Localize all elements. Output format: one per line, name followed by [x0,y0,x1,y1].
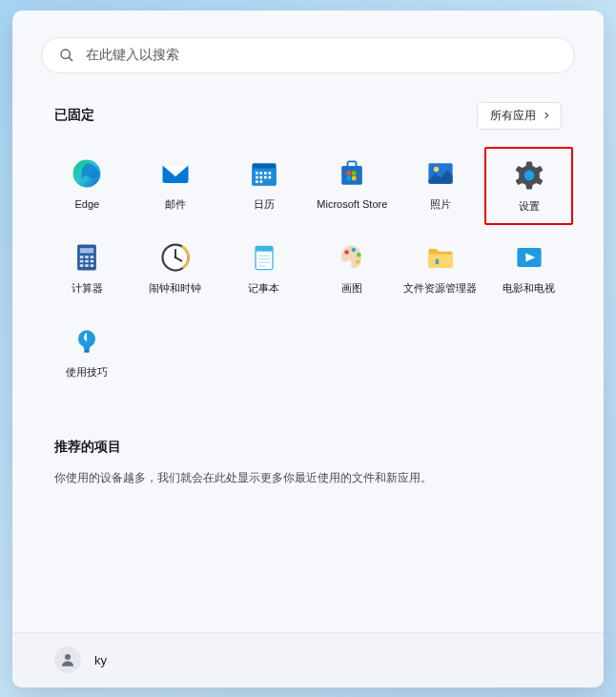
svg-rect-8 [264,172,267,174]
app-label: 设置 [519,200,540,213]
svg-rect-14 [256,180,258,183]
svg-rect-15 [259,180,262,183]
app-label: 闹钟和时钟 [149,282,201,295]
app-paint[interactable]: 画图 [308,231,397,309]
svg-point-22 [434,166,439,171]
mail-icon [158,156,193,191]
pinned-header: 已固定 所有应用 [54,102,562,130]
svg-rect-34 [91,264,94,267]
svg-rect-53 [85,350,90,353]
app-mail[interactable]: 邮件 [132,147,220,225]
app-label: 画图 [341,282,362,295]
paint-icon [335,240,369,275]
app-settings[interactable]: 设置 [484,147,573,225]
recommended-description: 你使用的设备越多，我们就会在此处显示更多你最近使用的文件和新应用。 [54,469,562,486]
search-placeholder: 在此键入以搜索 [86,47,179,64]
svg-rect-17 [347,171,352,175]
svg-rect-26 [80,256,84,258]
chevron-right-icon [542,111,551,120]
app-label: 照片 [430,198,451,211]
folder-icon [423,240,458,275]
search-icon [59,48,74,63]
svg-line-1 [69,57,72,61]
app-edge[interactable]: Edge [43,147,132,225]
svg-rect-31 [91,259,94,262]
svg-point-47 [352,247,357,252]
svg-point-0 [61,50,70,58]
app-store[interactable]: Microsoft Store [308,147,397,225]
app-explorer[interactable]: 文件资源管理器 [397,231,485,309]
all-apps-button[interactable]: 所有应用 [477,102,562,130]
svg-rect-20 [352,175,357,180]
start-footer: ky [12,632,604,687]
search-input[interactable]: 在此键入以搜索 [41,37,575,73]
person-icon [59,651,76,668]
tips-icon [70,324,104,359]
svg-point-46 [345,250,350,255]
pinned-title: 已固定 [54,107,94,124]
app-label: 记事本 [248,282,279,295]
photos-icon [423,156,458,191]
app-calendar[interactable]: 日历 [219,147,308,225]
svg-rect-9 [268,172,271,174]
clock-icon [158,240,193,275]
settings-icon [512,158,546,193]
app-label: Microsoft Store [317,198,387,211]
svg-point-49 [356,259,360,264]
svg-rect-7 [259,172,262,174]
svg-point-39 [175,256,177,258]
svg-rect-12 [264,175,267,178]
svg-rect-33 [86,264,90,267]
movies-icon [512,240,546,275]
pinned-apps-grid: Edge 邮件 日历 [12,147,604,393]
svg-rect-41 [256,246,273,251]
username[interactable]: ky [94,653,107,667]
app-label: 电影和电视 [503,282,555,295]
svg-rect-25 [80,248,93,253]
start-menu: 在此键入以搜索 已固定 所有应用 Edge [12,10,604,687]
app-calculator[interactable]: 计算器 [43,231,132,309]
svg-rect-28 [91,256,94,258]
app-movies[interactable]: 电影和电视 [484,231,573,309]
app-label: 文件资源管理器 [403,282,477,295]
svg-rect-30 [86,259,90,262]
svg-rect-27 [86,256,90,258]
svg-rect-6 [256,172,258,174]
calendar-icon [247,156,281,191]
app-notepad[interactable]: 记事本 [219,231,308,309]
svg-rect-11 [259,175,262,178]
edge-icon [70,156,104,191]
recommended-section: 推荐的项目 你使用的设备越多，我们就会在此处显示更多你最近使用的文件和新应用。 [54,439,562,486]
svg-point-48 [357,253,361,257]
recommended-title: 推荐的项目 [54,439,562,456]
svg-point-54 [65,654,71,660]
app-label: 计算器 [72,282,103,295]
user-avatar[interactable] [54,646,81,673]
app-clock[interactable]: 闹钟和时钟 [132,231,220,309]
app-label: 使用技巧 [66,366,108,379]
app-label: 日历 [254,198,275,211]
app-photos[interactable]: 照片 [397,147,485,225]
all-apps-label: 所有应用 [490,108,536,124]
svg-rect-29 [80,259,84,262]
svg-rect-19 [347,175,352,180]
app-label: 邮件 [165,198,186,211]
app-label: Edge [74,198,99,211]
notepad-icon [247,240,281,275]
calculator-icon [70,240,104,275]
svg-rect-10 [256,175,258,178]
svg-rect-32 [80,264,84,267]
svg-rect-13 [268,175,271,178]
store-icon [335,156,369,191]
svg-point-23 [524,170,534,180]
app-tips[interactable]: 使用技巧 [43,315,132,393]
svg-rect-18 [352,171,357,175]
svg-rect-50 [436,258,440,263]
